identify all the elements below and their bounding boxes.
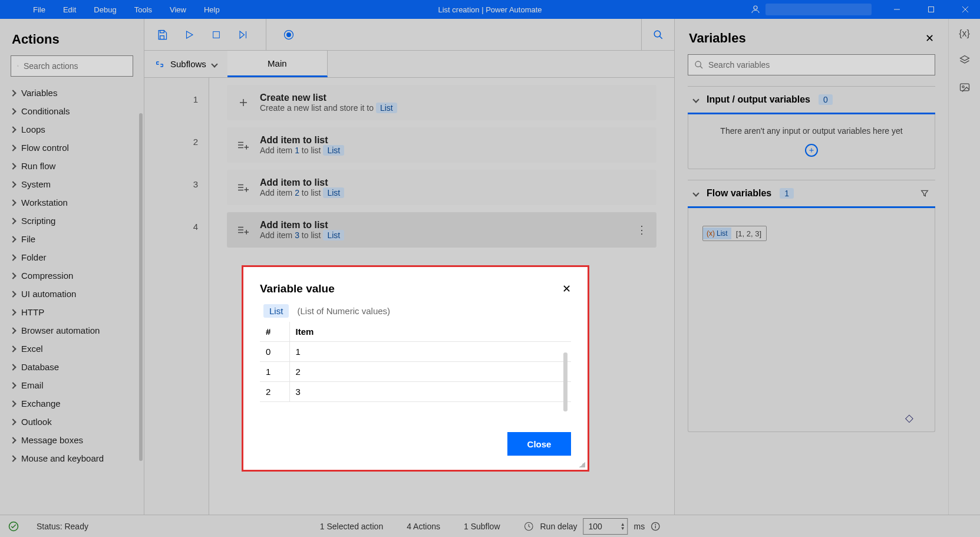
category-label: Browser automation <box>21 325 100 335</box>
chevron-right-icon <box>9 199 16 206</box>
designer-search-button[interactable] <box>641 19 674 51</box>
cell-index: 2 <box>260 382 289 402</box>
flow-vars-header[interactable]: Flow variables 1 <box>688 180 935 208</box>
svg-point-37 <box>962 86 963 88</box>
table-row[interactable]: 12 <box>260 362 571 382</box>
chevron-down-icon <box>692 96 699 103</box>
add-io-var-button[interactable]: ＋ <box>805 144 818 157</box>
filter-icon[interactable] <box>920 189 929 198</box>
table-row[interactable]: 01 <box>260 342 571 362</box>
line-number: 3 <box>144 163 209 205</box>
step-button[interactable] <box>236 28 250 42</box>
menu-file[interactable]: File <box>33 5 45 14</box>
actions-title: Actions <box>0 19 144 55</box>
category-workstation[interactable]: Workstation <box>0 193 144 212</box>
list-add-icon <box>236 140 250 150</box>
category-ui-automation[interactable]: UI automation <box>0 285 144 303</box>
category-excel[interactable]: Excel <box>0 340 144 358</box>
flow-variable-row[interactable]: (x) List [1, 2, 3] <box>695 220 928 247</box>
menu-debug[interactable]: Debug <box>94 5 116 14</box>
category-http[interactable]: HTTP <box>0 303 144 321</box>
chevron-right-icon <box>9 90 16 96</box>
category-database[interactable]: Database <box>0 358 144 376</box>
category-message-boxes[interactable]: Message boxes <box>0 431 144 449</box>
category-email[interactable]: Email <box>0 376 144 394</box>
list-add-icon <box>236 225 250 235</box>
category-system[interactable]: System <box>0 175 144 193</box>
variable-chip[interactable]: (x) List [1, 2, 3] <box>702 226 767 241</box>
category-flow-control[interactable]: Flow control <box>0 139 144 157</box>
svg-point-15 <box>654 31 661 37</box>
step-subtitle: Add item 1 to list List <box>260 146 647 155</box>
close-panel-button[interactable]: ✕ <box>925 32 934 45</box>
close-button[interactable]: Close <box>507 432 571 456</box>
table-row[interactable]: 23 <box>260 382 571 402</box>
menu-help[interactable]: Help <box>204 5 220 14</box>
cell-index: 1 <box>260 362 289 382</box>
flow-step[interactable]: Create new listCreate a new list and sto… <box>227 85 656 120</box>
minimize-button[interactable] <box>882 0 912 19</box>
category-file[interactable]: File <box>0 230 144 248</box>
menu-tools[interactable]: Tools <box>134 5 152 14</box>
resize-handle[interactable] <box>579 462 585 467</box>
variables-search-input[interactable] <box>708 60 929 70</box>
category-label: Message boxes <box>21 435 83 445</box>
variables-search[interactable] <box>688 54 935 75</box>
layers-icon[interactable] <box>959 54 971 66</box>
category-compression[interactable]: Compression <box>0 266 144 285</box>
svg-rect-7 <box>160 30 164 32</box>
menu-edit[interactable]: Edit <box>63 5 76 14</box>
clear-button[interactable]: ◇ <box>905 411 913 424</box>
run-delay-input[interactable]: 100 ▲ ▼ <box>583 518 628 535</box>
actions-scrollbar[interactable] <box>139 113 143 461</box>
chevron-right-icon <box>9 400 16 407</box>
menu-view[interactable]: View <box>170 5 186 14</box>
save-button[interactable] <box>155 28 169 42</box>
category-label: Loops <box>21 124 45 134</box>
category-label: Flow control <box>21 143 69 153</box>
record-button[interactable] <box>282 28 296 42</box>
modal-scrollbar[interactable] <box>563 352 567 411</box>
tab-strip: Subflows Main <box>144 51 674 78</box>
category-loops[interactable]: Loops <box>0 120 144 139</box>
category-variables[interactable]: Variables <box>0 84 144 102</box>
subflows-dropdown[interactable]: Subflows <box>144 51 227 77</box>
category-conditionals[interactable]: Conditionals <box>0 102 144 120</box>
variables-rail-icon[interactable]: {x} <box>959 28 970 39</box>
category-label: Excel <box>21 344 43 354</box>
stepper-down-icon[interactable]: ▼ <box>621 526 625 531</box>
category-folder[interactable]: Folder <box>0 248 144 266</box>
step-menu-button[interactable]: ⋮ <box>636 223 647 236</box>
category-run-flow[interactable]: Run flow <box>0 157 144 175</box>
actions-search-input[interactable] <box>24 61 127 71</box>
modal-title: Variable value <box>260 282 335 295</box>
run-button[interactable] <box>182 28 196 42</box>
actions-search[interactable] <box>11 55 133 77</box>
step-title: Add item to list <box>260 135 647 146</box>
chevron-right-icon <box>9 437 16 443</box>
info-icon[interactable] <box>651 522 660 531</box>
tab-main[interactable]: Main <box>227 51 328 77</box>
category-label: Mouse and keyboard <box>21 453 104 463</box>
cell-index: 0 <box>260 342 289 362</box>
category-exchange[interactable]: Exchange <box>0 394 144 413</box>
maximize-button[interactable] <box>916 0 946 19</box>
flow-step[interactable]: Add item to listAdd item 3 to list List⋮ <box>227 212 656 248</box>
stop-button[interactable] <box>209 28 223 42</box>
flow-step[interactable]: Add item to listAdd item 1 to list List <box>227 127 656 163</box>
variables-panel: Variables ✕ Input / output variables 0 T… <box>674 19 948 515</box>
modal-close-button[interactable]: ✕ <box>562 282 571 295</box>
chevron-right-icon <box>9 218 16 224</box>
list-add-icon <box>236 182 250 193</box>
close-window-button[interactable] <box>951 0 980 19</box>
chevron-right-icon <box>9 345 16 352</box>
step-subtitle: Add item 2 to list List <box>260 188 647 197</box>
flow-step[interactable]: Add item to listAdd item 2 to list List <box>227 170 656 205</box>
category-mouse-and-keyboard[interactable]: Mouse and keyboard <box>0 449 144 467</box>
category-label: Workstation <box>21 197 68 207</box>
category-scripting[interactable]: Scripting <box>0 212 144 230</box>
category-outlook[interactable]: Outlook <box>0 413 144 431</box>
category-browser-automation[interactable]: Browser automation <box>0 321 144 340</box>
image-icon[interactable] <box>959 81 971 93</box>
io-vars-header[interactable]: Input / output variables 0 <box>688 86 935 114</box>
